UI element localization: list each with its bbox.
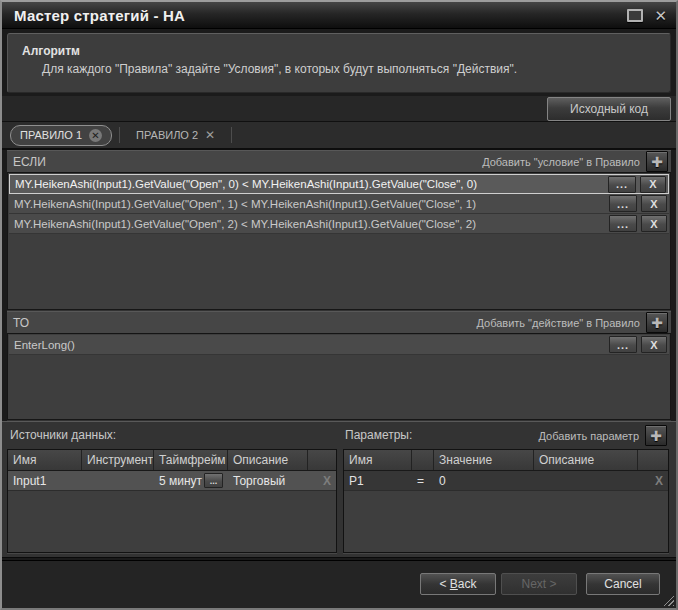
bottom-panel: Источники данных: Параметры: Добавить па… — [2, 421, 676, 558]
conditions-list: MY.HeikenAshi(Input1).GetValue("Open", 0… — [7, 173, 671, 310]
tab-rule-2[interactable]: ПРАВИЛО 2 ✕ — [127, 126, 224, 145]
tab-label: ПРАВИЛО 1 — [20, 129, 82, 141]
add-parameter-label: Добавить параметр — [539, 430, 639, 442]
plus-icon: ✚ — [651, 155, 663, 169]
tab-divider — [231, 127, 232, 143]
back-button[interactable]: < Back — [420, 573, 496, 595]
cell-name: P1 — [344, 471, 412, 490]
column-header-name: Имя — [8, 450, 82, 470]
parameters-header: Имя Значение Описание — [344, 450, 668, 471]
algorithm-panel: Алгоритм Для каждого "Правила" задайте "… — [7, 33, 671, 93]
source-code-bar: Исходный код — [2, 96, 676, 122]
condition-text: MY.HeikenAshi(Input1).GetValue("Open", 2… — [14, 218, 605, 230]
delete-condition-button[interactable]: X — [641, 195, 667, 212]
add-parameter-button[interactable]: ✚ — [645, 425, 667, 446]
data-sources-table: Имя Инструмент Таймфрейм Описание Input1… — [7, 449, 337, 553]
cell-timeframe: 5 минут ... — [154, 471, 228, 490]
parameters-label: Параметры: — [345, 428, 412, 442]
column-header-timeframe: Таймфрейм — [154, 450, 228, 470]
tab-close-icon[interactable]: ✕ — [205, 129, 215, 142]
delete-action-button[interactable]: X — [641, 336, 667, 353]
strategy-wizard-window: Мастер стратегий - HA ✕ Алгоритм Для каж… — [0, 0, 678, 610]
actions-list: EnterLong() ... X — [7, 334, 671, 420]
column-header-name: Имя — [344, 450, 412, 470]
column-header-actions — [638, 450, 668, 470]
edit-condition-button[interactable]: ... — [608, 176, 636, 193]
tab-label: ПРАВИЛО 2 — [136, 129, 198, 141]
then-section-header: ТО Добавить "действие" в Правило ✚ — [7, 311, 671, 334]
data-source-row[interactable]: Input1 5 минут ... Торговый X — [8, 471, 336, 491]
cancel-button[interactable]: Cancel — [586, 573, 660, 595]
resize-grip[interactable] — [661, 593, 674, 606]
back-label: < — [439, 577, 449, 591]
timeframe-picker-button[interactable]: ... — [204, 473, 223, 488]
condition-text: MY.HeikenAshi(Input1).GetValue("Open", 0… — [15, 178, 604, 190]
algorithm-description: Для каждого "Правила" задайте "Условия",… — [42, 62, 670, 76]
parameters-table: Имя Значение Описание P1 = 0 X — [343, 449, 669, 553]
action-text: EnterLong() — [14, 339, 605, 351]
add-action-button[interactable]: ✚ — [646, 312, 668, 333]
close-icon[interactable]: ✕ — [654, 9, 667, 22]
then-label: ТО — [13, 316, 476, 330]
condition-row[interactable]: MY.HeikenAshi(Input1).GetValue("Open", 0… — [9, 174, 669, 194]
back-mnemonic: B — [450, 577, 458, 591]
title-bar[interactable]: Мастер стратегий - HA ✕ — [2, 2, 676, 29]
data-sources-header: Имя Инструмент Таймфрейм Описание — [8, 450, 336, 471]
if-section-header: ЕСЛИ Добавить "условие" в Правило ✚ — [7, 150, 671, 173]
timeframe-value: 5 минут — [159, 474, 202, 488]
parameter-row[interactable]: P1 = 0 X — [344, 471, 668, 491]
next-button[interactable]: Next > — [501, 573, 577, 595]
column-header-description: Описание — [534, 450, 638, 470]
add-condition-label: Добавить "условие" в Правило — [482, 156, 640, 168]
plus-icon: ✚ — [651, 316, 663, 330]
delete-condition-button[interactable]: X — [641, 215, 667, 232]
if-label: ЕСЛИ — [13, 155, 482, 169]
column-header-actions — [308, 450, 336, 470]
condition-text: MY.HeikenAshi(Input1).GetValue("Open", 1… — [14, 198, 605, 210]
cell-description — [534, 471, 638, 490]
cell-value: 0 — [434, 471, 534, 490]
tab-divider — [119, 127, 120, 143]
tab-close-icon[interactable]: ✕ — [89, 129, 102, 142]
back-label-rest: ack — [458, 577, 477, 591]
column-header-description: Описание — [228, 450, 308, 470]
source-code-button[interactable]: Исходный код — [547, 97, 671, 121]
cell-description: Торговый — [228, 471, 308, 490]
cell-name: Input1 — [8, 471, 82, 490]
add-action-label: Добавить "действие" в Правило — [476, 317, 640, 329]
footer-bar: < Back Next > Cancel — [2, 560, 676, 608]
condition-row[interactable]: MY.HeikenAshi(Input1).GetValue("Open", 2… — [9, 214, 669, 234]
cell-eq: = — [412, 471, 434, 490]
delete-condition-button[interactable]: X — [640, 176, 666, 193]
maximize-icon[interactable] — [627, 9, 643, 22]
cell-instrument — [82, 471, 154, 490]
window-title: Мастер стратегий - HA — [14, 7, 627, 24]
edit-condition-button[interactable]: ... — [609, 195, 637, 212]
condition-row[interactable]: MY.HeikenAshi(Input1).GetValue("Open", 1… — [9, 194, 669, 214]
column-header-value: Значение — [434, 450, 534, 470]
algorithm-title: Алгоритм — [22, 44, 670, 58]
edit-action-button[interactable]: ... — [609, 336, 637, 353]
edit-condition-button[interactable]: ... — [609, 215, 637, 232]
delete-data-source-icon[interactable]: X — [323, 474, 331, 488]
add-condition-button[interactable]: ✚ — [646, 151, 668, 172]
column-header-instrument: Инструмент — [82, 450, 154, 470]
rule-tabs: ПРАВИЛО 1 ✕ ПРАВИЛО 2 ✕ — [2, 122, 676, 150]
tab-rule-1[interactable]: ПРАВИЛО 1 ✕ — [10, 125, 112, 146]
data-sources-label: Источники данных: — [10, 428, 116, 442]
column-header-eq — [412, 450, 434, 470]
delete-parameter-icon[interactable]: X — [655, 474, 663, 488]
action-row[interactable]: EnterLong() ... X — [9, 335, 669, 355]
plus-icon: ✚ — [650, 429, 662, 443]
